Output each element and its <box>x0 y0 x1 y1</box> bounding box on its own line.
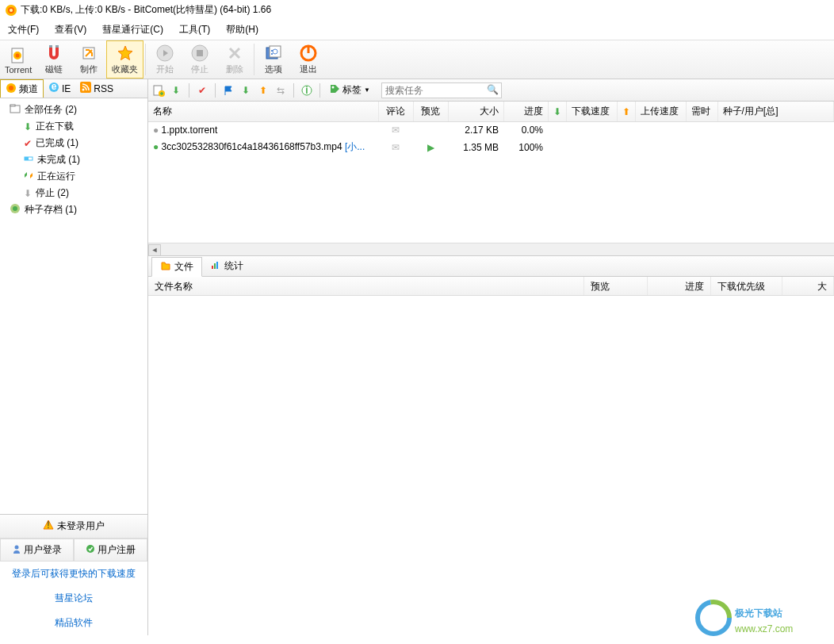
move-icon[interactable]: ⇆ <box>274 83 288 98</box>
options-button[interactable]: 选项 <box>256 40 291 79</box>
svg-rect-15 <box>271 50 273 52</box>
star-icon <box>116 44 135 63</box>
stop-icon <box>190 44 209 63</box>
tab-ie[interactable]: e IE <box>44 79 75 98</box>
tree-running[interactable]: 正在运行 <box>2 168 146 185</box>
start-button[interactable]: 开始 <box>147 40 182 79</box>
mail-icon[interactable]: ✉ <box>392 142 400 153</box>
make-icon <box>79 44 98 63</box>
sort-up-icon[interactable]: ⬆ <box>256 83 270 98</box>
tab-rss[interactable]: RSS <box>75 79 118 98</box>
task-row[interactable]: ● 3cc302532830f61c4a18436168ff57b3.mp4 [… <box>148 138 834 156</box>
tree-label: 全部任务 (2) <box>25 103 77 117</box>
scroll-left-icon[interactable]: ◄ <box>148 244 161 256</box>
side-tabs: 频道 e IE RSS <box>0 79 147 98</box>
tree-all-tasks[interactable]: 全部任务 (2) <box>2 102 146 118</box>
tree-label: 停止 (2) <box>36 186 69 200</box>
login-tip-link[interactable]: 登录后可获得更快的下载速度 <box>0 562 147 586</box>
svg-point-32 <box>15 546 19 550</box>
start-label: 开始 <box>156 63 174 75</box>
svg-text:i: i <box>305 85 308 96</box>
separator <box>293 83 294 98</box>
col-preview[interactable]: 预览 <box>413 102 448 122</box>
col-progress2[interactable]: 进度 <box>648 277 711 295</box>
col-ulspeed[interactable]: 上传速度 <box>635 102 686 122</box>
col-priority[interactable]: 下载优先级 <box>711 277 782 295</box>
torrent-icon <box>9 45 28 64</box>
software-link[interactable]: 精品软件 <box>0 611 147 635</box>
not-logged-label: 未登录用户 <box>57 519 105 533</box>
right-panel: ⬇ ✔ ⬇ ⬆ ⇆ i 标签 ▼ 🔍 名称 评论 预览 大小 <box>148 79 834 635</box>
channel-label: 频道 <box>19 82 38 96</box>
flag-icon[interactable] <box>221 83 235 98</box>
col-dlspeed[interactable]: 下载速度 <box>566 102 617 122</box>
h-scrollbar[interactable]: ◄ <box>148 243 834 255</box>
detail-body <box>148 296 834 635</box>
info-icon[interactable]: i <box>300 83 314 98</box>
favorites-button[interactable]: 收藏夹 <box>106 40 143 79</box>
menu-pass[interactable]: 彗星通行证(C) <box>99 21 166 38</box>
ie-icon: e <box>48 82 59 95</box>
tree-completed[interactable]: ✔ 已完成 (1) <box>2 135 146 151</box>
torrent-button[interactable]: Torrent <box>0 40 36 79</box>
task-size: 1.35 MB <box>448 138 503 156</box>
task-link[interactable]: [小... <box>345 141 365 152</box>
login-button[interactable]: 用户登录 <box>0 539 74 562</box>
svg-text:e: e <box>52 82 57 92</box>
magnet-button[interactable]: 磁链 <box>36 40 71 79</box>
download-icon[interactable]: ⬇ <box>169 83 183 98</box>
col-time[interactable]: 需时 <box>686 102 717 122</box>
options-label: 选项 <box>265 63 282 75</box>
menu-tools[interactable]: 工具(T) <box>176 21 213 38</box>
register-icon <box>86 544 95 556</box>
svg-text:!: ! <box>47 519 49 531</box>
tree-stopped[interactable]: ⬇ 停止 (2) <box>2 185 146 201</box>
check-icon[interactable]: ✔ <box>195 83 209 98</box>
tree-incomplete[interactable]: 未完成 (1) <box>2 151 146 168</box>
new-task-icon[interactable] <box>151 83 166 98</box>
col-name[interactable]: 名称 <box>148 102 378 122</box>
file-icon <box>160 260 171 274</box>
delete-button[interactable]: 删除 <box>217 40 252 79</box>
svg-rect-6 <box>49 45 52 48</box>
make-button[interactable]: 制作 <box>71 40 106 79</box>
col-comment[interactable]: 评论 <box>378 102 413 122</box>
tab-channel[interactable]: 频道 <box>0 79 44 98</box>
col-progress[interactable]: 进度 <box>503 102 548 122</box>
task-row[interactable]: ● 1.pptx.torrent ✉ 2.17 KB 0.0% <box>148 122 834 139</box>
menu-view[interactable]: 查看(V) <box>52 21 90 38</box>
col-size[interactable]: 大小 <box>448 102 503 122</box>
exit-button[interactable]: 退出 <box>291 40 326 79</box>
col-ul-arrow[interactable]: ⬆ <box>617 102 635 122</box>
menu-file[interactable]: 文件(F) <box>5 21 42 38</box>
col-seeds[interactable]: 种子/用户[总] <box>717 102 834 122</box>
register-label: 用户注册 <box>98 543 136 557</box>
tree-archive[interactable]: 种子存档 (1) <box>2 201 146 218</box>
sort-down-icon[interactable]: ⬇ <box>239 83 253 98</box>
mail-icon[interactable]: ✉ <box>392 125 400 136</box>
col-size2[interactable]: 大 <box>782 277 834 295</box>
title-bar: 下载:0 KB/s, 上传:0 KB/s - BitComet(比特彗星) (6… <box>0 0 834 20</box>
stop-button[interactable]: 停止 <box>182 40 217 79</box>
forum-link[interactable]: 彗星论坛 <box>0 586 147 611</box>
separator <box>215 83 216 98</box>
tab-file[interactable]: 文件 <box>151 257 202 277</box>
label-button[interactable]: 标签 ▼ <box>326 82 373 98</box>
col-filename[interactable]: 文件名称 <box>148 277 584 295</box>
col-preview2[interactable]: 预览 <box>584 277 648 295</box>
detail-tabs: 文件 统计 <box>148 256 834 277</box>
archive-icon <box>10 203 21 217</box>
search-input[interactable] <box>381 82 502 98</box>
exit-label: 退出 <box>300 63 317 75</box>
play-icon[interactable]: ▶ <box>427 142 434 153</box>
tab-stats[interactable]: 统计 <box>202 257 251 275</box>
menu-help[interactable]: 帮助(H) <box>223 21 262 38</box>
register-button[interactable]: 用户注册 <box>74 539 147 562</box>
svg-rect-26 <box>10 105 15 106</box>
svg-point-30 <box>13 206 17 211</box>
search-icon[interactable]: 🔍 <box>487 84 499 95</box>
tree-downloading[interactable]: ⬇ 正在下载 <box>2 118 146 135</box>
col-dl-arrow[interactable]: ⬇ <box>548 102 566 122</box>
svg-rect-40 <box>214 263 216 269</box>
arrow-up-icon: ⬆ <box>622 106 630 117</box>
